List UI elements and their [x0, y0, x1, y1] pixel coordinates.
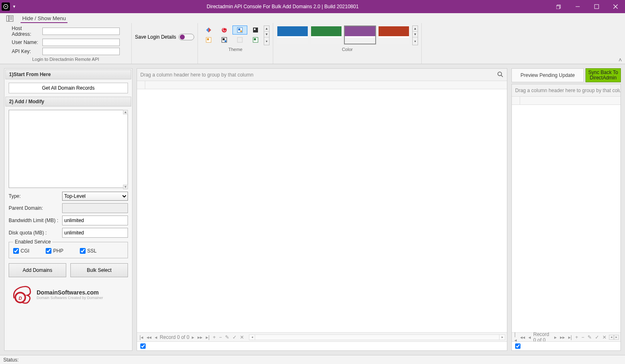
quick-access-dropdown-icon[interactable]: ▼ [12, 5, 16, 9]
preview-grid-column-header[interactable] [512, 97, 620, 105]
cgi-checkbox[interactable] [13, 248, 19, 254]
theme-item-5[interactable] [201, 35, 216, 44]
scroll-left-icon[interactable]: ◂ [249, 335, 255, 340]
spinner-up-icon[interactable]: ▲ [413, 26, 418, 32]
svg-point-1 [5, 6, 7, 7]
grid-body[interactable] [137, 89, 507, 332]
window-restore-down-small-icon[interactable] [549, 0, 568, 13]
step2-header[interactable]: 2) Add / Modify [5, 97, 131, 107]
enabled-service-legend: Enabled Service [13, 239, 52, 245]
sync-back-button[interactable]: Sync Back To DirectAdmin [586, 68, 621, 82]
spinner-dropdown-icon[interactable]: ▾ [413, 37, 418, 45]
grid-horizontal-scrollbar[interactable]: ◂ ▸ [249, 334, 505, 340]
color-swatch-purple[interactable] [344, 26, 376, 44]
record-counter: Record 0 of 0 [160, 334, 189, 340]
theme-item-2[interactable]: C [217, 26, 232, 35]
window-close-icon[interactable] [606, 0, 625, 13]
theme-item-1[interactable] [201, 26, 216, 35]
nav-last-icon[interactable]: ▸| [205, 334, 210, 340]
window-maximize-icon[interactable] [587, 0, 606, 13]
left-sidebar: 1)Start From Here Get All Domain Records… [4, 68, 132, 351]
spinner-up-icon[interactable]: ▲ [264, 26, 269, 32]
grid-footer-checkbox[interactable] [140, 343, 146, 349]
theme-group: C ▲ ▼ ▾ Theme [198, 23, 273, 64]
nav-add-icon[interactable]: + [574, 334, 579, 340]
color-swatch-green[interactable] [310, 26, 342, 44]
scroll-right-icon[interactable]: ▸ [614, 335, 619, 340]
nav-prev-icon[interactable]: ◂ [154, 334, 158, 340]
file-menu-icon[interactable] [5, 14, 15, 23]
theme-item-8[interactable] [248, 35, 263, 44]
theme-item-3[interactable] [232, 26, 247, 35]
ribbon-collapse-icon[interactable]: ᐱ [619, 58, 622, 62]
window-minimize-icon[interactable] [568, 0, 587, 13]
bulk-select-button[interactable]: Bulk Select [70, 263, 128, 277]
user-name-input[interactable] [42, 39, 120, 46]
textarea-scroll-down-icon[interactable]: ▼ [123, 185, 128, 189]
nav-commit-icon[interactable]: ✓ [594, 334, 600, 340]
nav-cancel-icon[interactable]: ✕ [602, 334, 607, 340]
color-gallery-spinner[interactable]: ▲ ▼ ▾ [412, 26, 418, 45]
spinner-dropdown-icon[interactable]: ▾ [264, 37, 269, 45]
login-group: Host Address: User Name: API Key: Login … [0, 23, 132, 64]
nav-next-icon[interactable]: ▸ [191, 334, 195, 340]
php-checkbox[interactable] [46, 248, 51, 254]
nav-edit-icon[interactable]: ✎ [224, 334, 230, 340]
textarea-scroll-up-icon[interactable]: ▲ [123, 110, 128, 114]
titlebar: ▼ Directadmin API Console For Bulk Add D… [0, 0, 625, 13]
api-key-input[interactable] [42, 48, 120, 55]
add-domains-button[interactable]: Add Domains [9, 263, 66, 277]
host-address-input[interactable] [42, 28, 120, 35]
get-all-domain-records-button[interactable]: Get All Domain Records [9, 83, 128, 93]
parent-domain-label: Parent Domain: [9, 205, 62, 211]
step1-header[interactable]: 1)Start From Here [5, 70, 131, 79]
nav-add-icon[interactable]: + [212, 334, 216, 340]
cgi-checkbox-wrap[interactable]: CGI [13, 248, 29, 254]
grid-group-by-area[interactable]: Drag a column header here to group by th… [137, 69, 507, 81]
php-checkbox-wrap[interactable]: PHP [46, 248, 63, 254]
bandwidth-input[interactable] [62, 216, 128, 225]
save-login-label: Save Login Details [135, 34, 176, 40]
nav-first-icon[interactable]: |◂ [139, 334, 144, 340]
nav-delete-icon[interactable]: − [581, 334, 585, 340]
svg-line-31 [501, 75, 503, 77]
nav-cancel-icon[interactable]: ✕ [239, 334, 245, 340]
nav-delete-icon[interactable]: − [218, 334, 223, 340]
nav-prev-page-icon[interactable]: ◂◂ [146, 334, 152, 340]
search-icon[interactable] [497, 71, 504, 78]
preview-grid-body[interactable] [512, 105, 620, 332]
type-select[interactable]: Top-Level [62, 192, 128, 201]
ssl-checkbox[interactable] [80, 248, 86, 254]
nav-commit-icon[interactable]: ✓ [232, 334, 237, 340]
hide-show-menu-link[interactable]: Hide / Show Menu [21, 14, 67, 23]
ssl-checkbox-wrap[interactable]: SSL [80, 248, 97, 254]
nav-next-page-icon[interactable]: ▸▸ [197, 334, 203, 340]
theme-item-6[interactable] [217, 35, 232, 44]
disk-quota-input[interactable] [62, 228, 128, 238]
theme-item-4[interactable] [248, 26, 263, 35]
preview-grid-footer-checkbox[interactable] [515, 343, 520, 349]
color-swatch-red[interactable] [378, 26, 410, 44]
nav-edit-icon[interactable]: ✎ [587, 334, 592, 340]
spinner-down-icon[interactable]: ▼ [264, 32, 269, 37]
window-title: Directadmin API Console For Bulk Add Dom… [16, 4, 549, 9]
color-swatch-blue[interactable] [276, 26, 309, 44]
nav-last-icon[interactable]: ▸| [567, 334, 573, 340]
nav-prev-icon[interactable]: ◂ [527, 334, 532, 340]
disk-quota-label: Disk quota (MB) : [9, 230, 62, 236]
svg-rect-8 [7, 16, 9, 21]
domains-textarea[interactable] [9, 110, 128, 188]
nav-prev-page-icon[interactable]: ◂◂ [519, 334, 526, 340]
color-group: ▲ ▼ ▾ Color [273, 23, 422, 64]
spinner-down-icon[interactable]: ▼ [413, 32, 418, 37]
nav-next-icon[interactable]: ▸ [553, 334, 558, 340]
scroll-left-icon[interactable]: ◂ [609, 335, 614, 340]
nav-next-page-icon[interactable]: ▸▸ [559, 334, 566, 340]
preview-grid-group-area[interactable]: Drag a column header here to group by th… [512, 84, 620, 97]
theme-item-7[interactable] [232, 35, 247, 44]
grid-navigator: |◂ ◂◂ ◂ Record 0 of 0 ▸ ▸▸ ▸| + − ✎ ✓ ✕ … [137, 332, 507, 341]
scroll-right-icon[interactable]: ▸ [499, 335, 505, 340]
grid-column-header[interactable] [137, 81, 507, 89]
theme-gallery-spinner[interactable]: ▲ ▼ ▾ [264, 26, 270, 45]
save-login-toggle[interactable] [179, 34, 194, 40]
